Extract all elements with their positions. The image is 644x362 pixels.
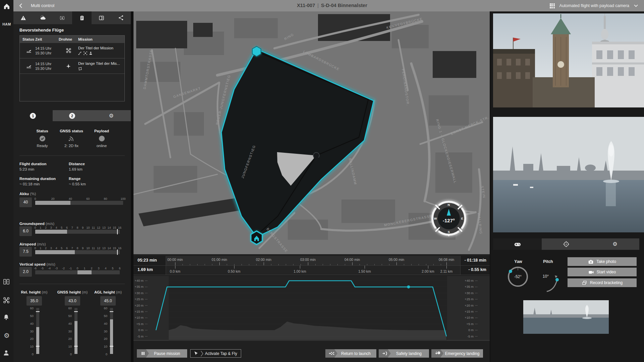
col-mission: Mission xyxy=(78,37,124,41)
distance-ruler[interactable]: 0.0 km0.50 km1.00 km1.50 km2.00 km2.11 k… xyxy=(133,266,490,275)
emergency-landing-button[interactable]: Emergency landing xyxy=(431,349,483,358)
svg-text:+10 m: +10 m xyxy=(135,316,144,319)
separator: | xyxy=(315,3,321,8)
airspeed-slider[interactable]: 012345678910111213141516 xyxy=(35,246,120,254)
bracketing-icon xyxy=(582,280,587,286)
waypoint-marker[interactable] xyxy=(252,46,261,56)
warnings-tab[interactable] xyxy=(13,11,33,24)
rel-height-value[interactable]: 35.0 xyxy=(26,296,42,306)
svg-text:+30 m: +30 m xyxy=(135,291,144,295)
weather-tab[interactable] xyxy=(33,11,52,24)
drone-icon[interactable] xyxy=(3,297,11,305)
chevron-left-icon xyxy=(18,3,24,9)
location-code: HAM xyxy=(0,22,13,26)
akku-slider[interactable]: 020406080100 xyxy=(35,197,123,205)
takeoff-icon xyxy=(20,63,35,69)
record-bracketing-button[interactable]: Record bracketing xyxy=(568,278,637,287)
fixed-wing-icon xyxy=(59,63,78,69)
gear-icon: ⚙ xyxy=(612,241,617,247)
agl-height-slider[interactable]: 0102030405060 xyxy=(91,308,125,354)
gnss-height-slider[interactable]: 0102030405060 xyxy=(55,308,90,354)
time-ruler[interactable]: 00:00 min01:00 min02:00 min03:00 min04:0… xyxy=(133,256,490,266)
compass-s: S xyxy=(448,230,450,234)
svg-text:+30 m: +30 m xyxy=(465,291,474,295)
drone-ground-control-app: { "topbar": { "title": "Multi control", … xyxy=(0,0,644,362)
tab-gimbal-control[interactable] xyxy=(493,238,542,250)
satellite-dish-icon xyxy=(55,135,88,142)
tab-panel-settings[interactable]: ⚙ xyxy=(92,110,131,121)
tab-target[interactable] xyxy=(542,238,590,250)
elevation-profile-chart: +40 m+40 m+35 m+35 m+30 m+30 m+25 m+25 m… xyxy=(133,276,490,341)
screen-title: Multi control xyxy=(31,3,54,8)
airspeed-label: Airspeed (m/s) xyxy=(19,242,46,246)
missions-tab[interactable] xyxy=(72,11,92,24)
flight-times: 14:15 Uhr 15:30 Uhr xyxy=(35,61,59,71)
clipboard-icon xyxy=(79,15,85,21)
last-capture-thumbnail[interactable] xyxy=(523,300,609,334)
map-view[interactable]: KENNEDYBRÜCKELOMBARDSBRÜCKERINGDAMMTORST… xyxy=(133,11,490,254)
remaining-duration: Remaining duration~ 01:18 min xyxy=(19,177,56,186)
compass-n: N xyxy=(448,203,450,207)
akku-value[interactable]: 40 xyxy=(19,197,32,207)
vertical-speed-slider[interactable]: -6-5-4-3-2-10123456 xyxy=(35,267,120,274)
back-button[interactable] xyxy=(18,3,24,9)
app-grid-icon[interactable] xyxy=(550,3,555,8)
tab-drone-2[interactable]: 2 xyxy=(53,110,92,121)
return-launch-icon xyxy=(329,351,334,356)
camera-icon xyxy=(588,259,594,265)
person-icon xyxy=(89,51,93,55)
cursor-icon xyxy=(193,351,198,356)
pitch-indicator-dot xyxy=(555,278,559,281)
take-photo-button[interactable]: Take photo xyxy=(568,257,637,266)
rel-height-slider[interactable]: 0102030405060 xyxy=(17,308,52,354)
tab-payload-settings[interactable]: ⚙ xyxy=(591,238,639,250)
chevron-down-icon[interactable] xyxy=(634,4,638,7)
pause-mission-button[interactable]: Pause mission xyxy=(137,349,187,358)
groundspeed-label: Groundspeed (m/s) xyxy=(19,222,54,226)
mission-header: X11-007|S-D-04 Binnenalster xyxy=(297,3,367,8)
svg-text:+20 m: +20 m xyxy=(465,304,474,307)
panel-toolbar xyxy=(13,11,131,24)
groundspeed-value[interactable]: 6.0 xyxy=(19,226,32,236)
pitch-dial[interactable]: 10° xyxy=(537,273,567,297)
route-icon xyxy=(78,51,82,55)
col-zeit: Zeit xyxy=(35,37,59,41)
yaw-label: Yaw xyxy=(505,259,532,264)
payload-photo-towers[interactable] xyxy=(493,13,644,107)
table-row[interactable]: 14:15 Uhr 15:30 Uhr Der Titel der Missio… xyxy=(20,43,124,58)
remaining-time: - 01:18 min xyxy=(461,256,490,263)
bell-icon[interactable] xyxy=(3,314,11,322)
upcoming-flights-table: Status Zeit Drohne Mission 14:15 Uhr 15:… xyxy=(19,35,125,101)
flight-duration: Flight duration5:23 min xyxy=(19,162,46,171)
video-icon xyxy=(588,269,594,275)
flight-mode-dropdown[interactable]: Automated flight with payload camera xyxy=(559,3,629,8)
groundspeed-slider[interactable]: 012345678910111213141516 xyxy=(35,226,120,233)
gnss-height-value[interactable]: 43.0 xyxy=(65,296,80,306)
geofence-tab[interactable] xyxy=(53,11,72,24)
share-tab[interactable] xyxy=(111,11,130,24)
yaw-dial[interactable]: -52° xyxy=(508,267,528,287)
agl-height-value[interactable]: 45.0 xyxy=(100,296,116,306)
return-to-launch-button[interactable]: Return to launch xyxy=(325,349,376,358)
multi-view-icon[interactable] xyxy=(3,278,11,286)
airspeed-value[interactable]: 7.5 xyxy=(19,247,32,257)
start-video-button[interactable]: Start video xyxy=(568,268,637,276)
chevron-divider xyxy=(201,351,203,357)
user-icon[interactable] xyxy=(3,349,11,357)
gear-icon[interactable]: ⚙ xyxy=(3,331,11,340)
target-icon xyxy=(563,241,570,247)
share-icon xyxy=(118,15,124,21)
nav-rail: HAM ⚙ xyxy=(0,0,13,362)
payload-photo-fountain[interactable] xyxy=(493,117,644,232)
svg-text:+5 m: +5 m xyxy=(137,322,144,326)
tap-fly-button[interactable]: Activate Tap & Fly xyxy=(190,349,241,358)
tab-drone-1[interactable]: 1 xyxy=(13,110,53,121)
home-icon[interactable] xyxy=(3,2,11,10)
safety-landing-button[interactable]: Safety landing xyxy=(379,349,429,358)
range: Range~ 0.55 km xyxy=(69,177,86,186)
elapsed-time: 05:23 min xyxy=(133,256,166,263)
vertical-speed-value[interactable]: 2.0 xyxy=(19,267,32,277)
table-row[interactable]: 14:15 Uhr 15:30 Uhr Der lange Titel der … xyxy=(20,58,124,74)
library-tab[interactable] xyxy=(92,11,111,24)
distance: Distance1.69 km xyxy=(69,162,85,171)
